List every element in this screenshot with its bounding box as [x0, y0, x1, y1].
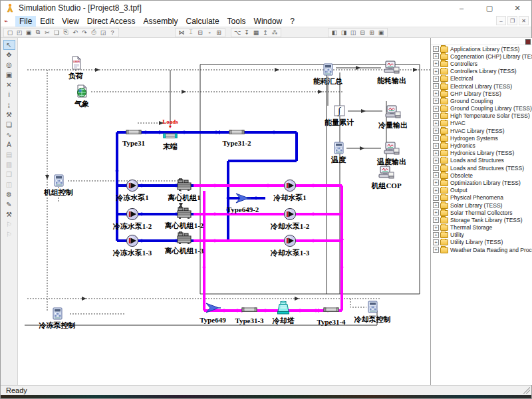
resize-grip[interactable]	[523, 387, 530, 394]
library-item[interactable]: +HVAC	[431, 120, 532, 127]
library-item[interactable]: +HVAC Library (TESS)	[431, 127, 532, 134]
library-item[interactable]: +Loads and Structures (TESS)	[431, 164, 532, 172]
integrator[interactable]: ∫	[331, 104, 348, 118]
redo-icon[interactable]: ↷	[80, 29, 89, 37]
print-icon[interactable]: ⎙	[89, 29, 98, 37]
info-tool-icon[interactable]: i	[3, 90, 15, 100]
parameter-table-icon[interactable]: ▦	[251, 29, 261, 37]
new-icon[interactable]: ▢	[5, 29, 15, 37]
cooling-tower[interactable]	[275, 301, 292, 315]
pc-energy-out[interactable]	[383, 61, 400, 75]
chiller-1-3[interactable]	[176, 231, 193, 245]
library-item[interactable]: +Electrical Library (TESS)	[431, 82, 532, 90]
menu-item-file[interactable]: File	[15, 16, 36, 27]
chiller-1[interactable]	[176, 178, 193, 192]
probe-tool-icon[interactable]: ↨	[3, 100, 15, 110]
print-preview-icon[interactable]: ◲	[98, 29, 108, 37]
chw-pump-1-2[interactable]	[124, 207, 141, 221]
chw-pump-1[interactable]	[124, 178, 141, 193]
library-item[interactable]: +Hydrogen Systems	[431, 134, 532, 142]
expander-plus-icon[interactable]: +	[433, 239, 439, 245]
expander-plus-icon[interactable]: +	[433, 195, 439, 201]
frame2-tool-icon[interactable]: ▥	[3, 160, 15, 170]
library-item[interactable]: +Loads and Structures	[431, 157, 532, 164]
expander-plus-icon[interactable]: +	[433, 46, 439, 52]
flag2-tool-icon[interactable]: ⚐	[3, 229, 15, 239]
mdi-minimize-button[interactable]: –	[496, 16, 506, 25]
library-item[interactable]: +Hydronics Library (TESS)	[431, 150, 532, 157]
expander-plus-icon[interactable]: +	[433, 209, 439, 215]
library-item[interactable]: +Cogeneration (CHP) Library (TESS)	[431, 53, 532, 60]
expander-plus-icon[interactable]: +	[433, 225, 439, 231]
menu-item-tools[interactable]: Tools	[223, 16, 250, 27]
expander-plus-icon[interactable]: +	[433, 202, 439, 208]
expander-plus-icon[interactable]: +	[433, 106, 439, 112]
diverter-type649[interactable]	[204, 301, 221, 315]
menu-item-calculate[interactable]: Calculate	[182, 16, 223, 27]
expander-plus-icon[interactable]: +	[433, 113, 439, 119]
cw-pump-1-2[interactable]	[281, 207, 299, 221]
cascade-icon[interactable]: ◧	[330, 29, 339, 37]
expander-plus-icon[interactable]: +	[433, 158, 439, 164]
cw-pump-1-3[interactable]	[281, 233, 299, 248]
menu-item-?[interactable]: ?	[286, 16, 299, 27]
expander-plus-icon[interactable]: +	[433, 188, 439, 194]
expander-plus-icon[interactable]: +	[433, 120, 439, 126]
flag1-tool-icon[interactable]: ⚐	[3, 219, 15, 229]
expander-plus-icon[interactable]: +	[433, 76, 439, 82]
expander-plus-icon[interactable]: +	[433, 143, 439, 149]
menu-item-assembly[interactable]: Assembly	[140, 16, 182, 27]
save-icon[interactable]: ▣	[24, 29, 33, 37]
tile-vertical-icon[interactable]: ◫	[348, 29, 358, 37]
select-tool-icon[interactable]: ↖	[3, 40, 15, 50]
calc-unit-control[interactable]	[50, 174, 67, 188]
expander-plus-icon[interactable]: +	[433, 150, 439, 156]
undo-icon[interactable]: ↶	[70, 29, 80, 37]
expander-plus-icon[interactable]: +	[433, 217, 439, 223]
library-item[interactable]: +Physical Phenomena	[431, 194, 532, 201]
menu-item-edit[interactable]: Edit	[36, 16, 58, 27]
expander-plus-icon[interactable]: +	[433, 53, 439, 59]
library-item[interactable]: +Utility	[431, 231, 532, 239]
library-item[interactable]: +Electrical	[431, 75, 532, 82]
arrange-icon[interactable]: ⊟	[358, 29, 367, 37]
tile-horizontal-icon[interactable]: ◨	[339, 29, 348, 37]
grid-icon[interactable]: ▣	[376, 29, 386, 37]
pc-cop-out[interactable]	[378, 166, 395, 180]
expander-plus-icon[interactable]: +	[433, 180, 439, 186]
copy-icon[interactable]: ❏	[52, 29, 61, 37]
expander-plus-icon[interactable]: +	[433, 232, 439, 238]
calc-energy-sum[interactable]	[319, 63, 336, 77]
frame1-tool-icon[interactable]: ▤	[3, 150, 15, 160]
snapshot-tool-icon[interactable]: ▣	[3, 70, 15, 80]
library-item[interactable]: +Hydronics	[431, 142, 532, 149]
pc-temperature-out[interactable]	[383, 142, 400, 156]
library-item[interactable]: +Controllers Library (TESS)	[431, 68, 532, 75]
library-item[interactable]: +High Temperature Solar (TESS)	[431, 112, 532, 120]
expander-plus-icon[interactable]: +	[433, 172, 439, 178]
library-item[interactable]: +Ground Coupling	[431, 97, 532, 104]
library-item[interactable]: +Obsolete	[431, 172, 532, 179]
expander-plus-icon[interactable]: +	[433, 90, 439, 96]
text-tool-icon[interactable]: A	[3, 140, 15, 150]
duplicate-tool-icon[interactable]: ❏	[3, 120, 15, 130]
calc-chw-pump-control[interactable]	[49, 307, 66, 321]
paste-icon[interactable]: ⎘	[61, 29, 70, 37]
expander-plus-icon[interactable]: +	[433, 68, 439, 74]
expander-plus-icon[interactable]: +	[433, 135, 439, 141]
settings-tool-icon[interactable]: ⚙	[3, 190, 15, 200]
menu-item-direct-access[interactable]: Direct Access	[83, 16, 140, 27]
library-item[interactable]: +Solar Library (TESS)	[431, 201, 532, 209]
library-item[interactable]: +Utility Library (TESS)	[431, 239, 532, 246]
expander-plus-icon[interactable]: +	[433, 83, 439, 89]
window2-tool-icon[interactable]: ◫	[3, 180, 15, 190]
pc-cooling-out[interactable]	[384, 105, 402, 120]
input-file-icon[interactable]: ↧	[242, 29, 251, 37]
link-tool-icon[interactable]: ⌥	[233, 29, 242, 37]
cut-icon[interactable]: ✂	[43, 29, 52, 37]
zoom-100-icon[interactable]: ▫	[205, 29, 214, 37]
cw-pump-1[interactable]	[281, 178, 299, 193]
pipe-type31-2[interactable]	[228, 125, 245, 140]
fit-height-icon[interactable]: ⌶	[186, 29, 196, 37]
library-item[interactable]: +Weather Data Reading and Process	[431, 246, 532, 253]
